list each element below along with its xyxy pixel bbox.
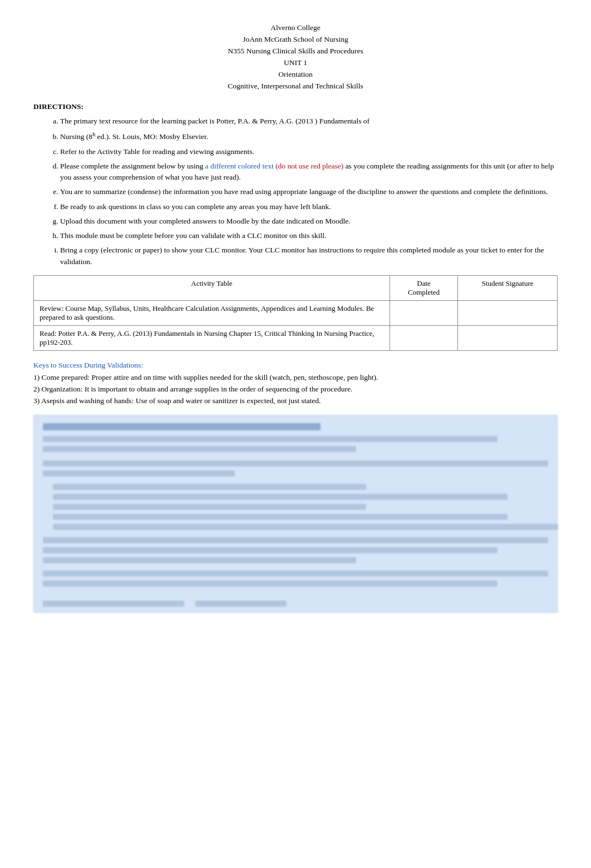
keys-item-1: 1) Come prepared: Proper attire and on t… xyxy=(33,372,558,384)
header-line1: Alverno College xyxy=(33,22,558,34)
blurred-row xyxy=(43,581,498,587)
document-header: Alverno College JoAnn McGrath School of … xyxy=(33,22,558,92)
blurred-title-bar xyxy=(43,423,321,430)
table-header-sig: Student Signature xyxy=(458,275,558,300)
header-line3: N355 Nursing Clinical Skills and Procedu… xyxy=(33,46,558,57)
table-cell-activity-2: Read: Potter P.A. & Perry, A.G. (2013) F… xyxy=(34,325,390,350)
table-cell-sig-2 xyxy=(458,325,558,350)
activity-table: Activity Table DateCompleted Student Sig… xyxy=(33,275,558,351)
header-line4: UNIT 1 xyxy=(33,57,558,69)
blurred-row xyxy=(53,514,508,520)
header-line6: Cognitive, Interpersonal and Technical S… xyxy=(33,81,558,92)
table-header-date: DateCompleted xyxy=(390,275,457,300)
blurred-row xyxy=(43,470,235,477)
table-cell-sig-1 xyxy=(458,300,558,325)
blurred-content-section xyxy=(33,415,558,613)
blurred-row xyxy=(43,601,184,607)
direction-c: Refer to the Activity Table for reading … xyxy=(60,146,558,157)
keys-text: 1) Come prepared: Proper attire and on t… xyxy=(33,372,558,407)
blurred-row xyxy=(43,557,356,563)
colored-text-red: (do not use red please) xyxy=(274,162,346,170)
table-row: Read: Potter P.A. & Perry, A.G. (2013) F… xyxy=(34,325,558,350)
blurred-row xyxy=(43,436,498,442)
direction-d: Please complete the assignment below by … xyxy=(60,161,558,183)
blurred-row xyxy=(43,446,356,452)
colored-text-blue: a different colored text xyxy=(205,162,274,170)
keys-title: Keys to Success During Validations: xyxy=(33,361,558,370)
blurred-footer xyxy=(43,601,548,607)
blurred-row xyxy=(53,494,508,500)
blurred-row xyxy=(53,484,366,490)
keys-item-2: 2) Organization: It is important to obta… xyxy=(33,384,558,395)
direction-e: You are to summarize (condense) the info… xyxy=(60,186,558,197)
keys-item-3: 3) Asepsis and washing of hands: Use of … xyxy=(33,395,558,407)
blurred-row xyxy=(195,601,286,607)
header-line2: JoAnn McGrath School of Nursing xyxy=(33,34,558,46)
directions-list: The primary text resource for the learni… xyxy=(33,116,558,267)
blurred-row xyxy=(43,571,548,577)
directions-label: DIRECTIONS: xyxy=(33,102,558,111)
direction-a: The primary text resource for the learni… xyxy=(60,116,558,127)
blurred-row xyxy=(43,537,548,543)
table-header-activity: Activity Table xyxy=(34,275,390,300)
table-cell-activity-1: Review: Course Map, Syllabus, Units, Hea… xyxy=(34,300,390,325)
blurred-row xyxy=(43,547,498,553)
blurred-row xyxy=(53,524,558,530)
table-cell-date-1 xyxy=(390,300,457,325)
table-cell-date-2 xyxy=(390,325,457,350)
keys-section: Keys to Success During Validations: 1) C… xyxy=(33,361,558,407)
direction-g: Upload this document with your completed… xyxy=(60,216,558,227)
direction-b: Nursing (8h ed.). St. Louis, MO: Mosby E… xyxy=(60,130,558,143)
header-line5: Orientation xyxy=(33,69,558,81)
blurred-row xyxy=(53,504,366,510)
blurred-row xyxy=(43,460,548,467)
direction-f: Be ready to ask questions in class so yo… xyxy=(60,201,558,212)
direction-h: This module must be complete before you … xyxy=(60,230,558,241)
direction-i: Bring a copy (electronic or paper) to sh… xyxy=(60,245,558,267)
table-row: Review: Course Map, Syllabus, Units, Hea… xyxy=(34,300,558,325)
